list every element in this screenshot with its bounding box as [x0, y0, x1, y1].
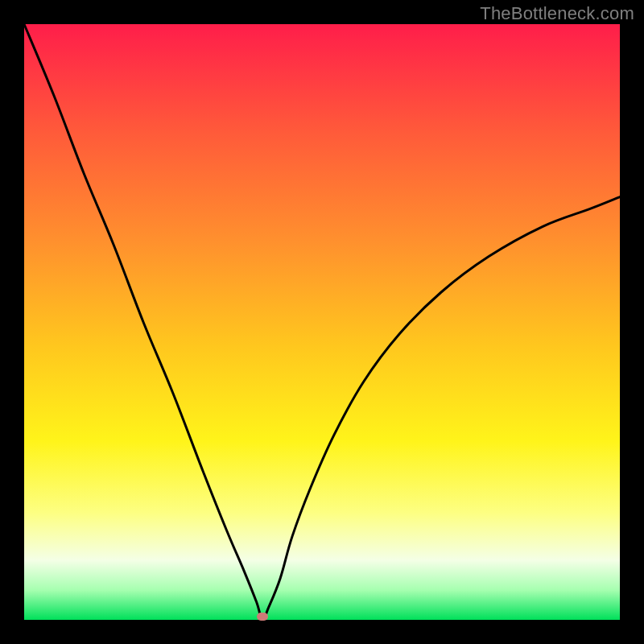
bottleneck-curve — [24, 24, 620, 620]
plot-area — [24, 24, 620, 620]
watermark-text: TheBottleneck.com — [480, 3, 634, 24]
chart-frame: TheBottleneck.com — [0, 0, 644, 644]
optimum-marker — [257, 613, 268, 621]
